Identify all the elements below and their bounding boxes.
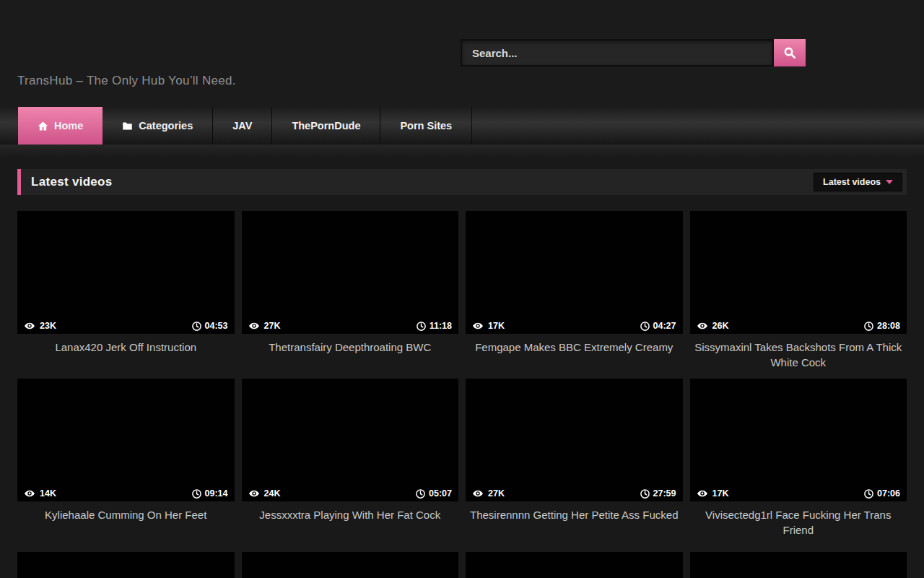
duration-text: 04:27 bbox=[653, 321, 676, 331]
site-tagline: TransHub – The Only Hub You’ll Need. bbox=[17, 74, 236, 88]
views-count: 24K bbox=[264, 488, 281, 499]
clock-icon bbox=[863, 488, 874, 499]
nav-item-porn-sites[interactable]: Porn Sites bbox=[380, 107, 472, 144]
sort-dropdown-label: Latest videos bbox=[823, 177, 881, 187]
search-input[interactable] bbox=[461, 39, 774, 66]
duration-stat: 27:59 bbox=[640, 488, 676, 499]
site-header: TransHub – The Only Hub You’ll Need. bbox=[0, 0, 924, 107]
nav-label: Home bbox=[54, 120, 83, 131]
video-card[interactable]: 14K 09:14 Kyliehaale Cumming On Her Feet bbox=[17, 379, 235, 546]
views-stat: 23K bbox=[24, 320, 56, 332]
clock-icon bbox=[191, 321, 202, 332]
nav-label: ThePornDude bbox=[292, 120, 360, 131]
video-card-partial[interactable] bbox=[466, 546, 683, 578]
section-header: Latest videos Latest videos bbox=[17, 169, 907, 195]
eye-icon bbox=[248, 320, 260, 332]
video-thumbnail[interactable]: 24K 05:07 bbox=[242, 379, 459, 501]
duration-stat: 28:08 bbox=[863, 321, 900, 332]
nav-item-jav[interactable]: JAV bbox=[213, 107, 272, 144]
thumb-stats: 23K 04:53 bbox=[17, 320, 235, 332]
thumb-stats: 17K 04:27 bbox=[466, 320, 683, 332]
thumb-stats: 17K 07:06 bbox=[690, 488, 907, 499]
search-bar bbox=[461, 39, 806, 66]
clock-icon bbox=[415, 488, 426, 499]
main-nav: Home Categories JAV ThePornDude Porn Sit… bbox=[0, 107, 924, 144]
eye-icon bbox=[697, 488, 708, 499]
views-count: 26K bbox=[712, 321, 729, 331]
nav-item-theporndude[interactable]: ThePornDude bbox=[272, 107, 380, 144]
video-card[interactable]: 27K 11:18 Thetransfairy Deepthroating BW… bbox=[242, 211, 459, 379]
video-card-partial[interactable] bbox=[242, 546, 459, 578]
video-thumbnail[interactable] bbox=[466, 552, 683, 578]
views-stat: 14K bbox=[24, 488, 56, 499]
video-title[interactable]: Thetransfairy Deepthroating BWC bbox=[242, 334, 459, 379]
duration-text: 27:59 bbox=[653, 488, 676, 499]
video-card[interactable]: 27K 27:59 Thesirennnn Getting Her Petite… bbox=[466, 379, 683, 546]
clock-icon bbox=[640, 488, 650, 499]
eye-icon bbox=[472, 488, 484, 499]
video-thumbnail[interactable]: 17K 04:27 bbox=[466, 211, 683, 334]
video-card[interactable]: 17K 04:27 Femgape Makes BBC Extremely Cr… bbox=[466, 211, 683, 379]
duration-stat: 11:18 bbox=[416, 321, 452, 332]
video-thumbnail[interactable]: 17K 07:06 bbox=[690, 379, 907, 501]
video-card-partial[interactable] bbox=[17, 546, 235, 578]
duration-text: 05:07 bbox=[429, 488, 452, 499]
video-card[interactable]: 23K 04:53 Lanax420 Jerk Off Instruction bbox=[17, 211, 235, 379]
thumb-stats: 27K 11:18 bbox=[242, 320, 459, 332]
duration-stat: 05:07 bbox=[415, 488, 452, 499]
nav-item-home[interactable]: Home bbox=[18, 107, 103, 144]
video-title[interactable]: Kyliehaale Cumming On Her Feet bbox=[17, 501, 235, 546]
video-thumbnail[interactable] bbox=[17, 552, 235, 578]
nav-label: Porn Sites bbox=[400, 120, 452, 131]
video-title[interactable]: Sissymaxinl Takes Backshots From A Thick… bbox=[690, 334, 907, 379]
section-title: Latest videos bbox=[31, 175, 113, 189]
nav-item-categories[interactable]: Categories bbox=[103, 107, 213, 144]
duration-stat: 09:14 bbox=[191, 488, 228, 499]
thumb-stats: 14K 09:14 bbox=[17, 488, 235, 499]
video-thumbnail[interactable]: 23K 04:53 bbox=[17, 211, 235, 334]
views-stat: 24K bbox=[248, 488, 281, 499]
video-thumbnail[interactable]: 14K 09:14 bbox=[17, 379, 235, 501]
video-thumbnail[interactable]: 26K 28:08 bbox=[690, 211, 907, 334]
duration-text: 04:53 bbox=[205, 321, 228, 331]
eye-icon bbox=[248, 488, 260, 499]
thumb-stats: 26K 28:08 bbox=[690, 320, 907, 332]
views-count: 17K bbox=[712, 488, 729, 499]
video-title[interactable]: Vivisectedg1rl Face Fucking Her Trans Fr… bbox=[690, 501, 907, 546]
chevron-down-icon bbox=[886, 180, 893, 184]
video-title[interactable]: Femgape Makes BBC Extremely Creamy bbox=[466, 334, 683, 379]
views-stat: 26K bbox=[697, 320, 729, 332]
video-title[interactable]: Jessxxxtra Playing With Her Fat Cock bbox=[242, 501, 459, 546]
video-title[interactable]: Thesirennnn Getting Her Petite Ass Fucke… bbox=[466, 501, 683, 546]
nav-label: JAV bbox=[232, 120, 252, 131]
video-title[interactable]: Lanax420 Jerk Off Instruction bbox=[17, 334, 235, 379]
nav-label: Categories bbox=[139, 120, 193, 131]
video-card-partial[interactable] bbox=[690, 546, 907, 578]
views-stat: 27K bbox=[248, 320, 281, 332]
video-card[interactable]: 26K 28:08 Sissymaxinl Takes Backshots Fr… bbox=[690, 211, 907, 379]
video-thumbnail[interactable] bbox=[690, 552, 907, 578]
folder-icon bbox=[122, 121, 133, 131]
views-stat: 17K bbox=[697, 488, 729, 499]
eye-icon bbox=[24, 320, 35, 332]
video-card[interactable]: 24K 05:07 Jessxxxtra Playing With Her Fa… bbox=[242, 379, 459, 546]
home-icon bbox=[38, 121, 48, 131]
duration-text: 11:18 bbox=[430, 321, 452, 331]
video-thumbnail[interactable] bbox=[242, 552, 459, 578]
duration-stat: 04:53 bbox=[191, 321, 228, 332]
views-count: 23K bbox=[40, 321, 56, 331]
views-count: 14K bbox=[40, 488, 56, 499]
eye-icon bbox=[24, 488, 35, 499]
sort-dropdown[interactable]: Latest videos bbox=[814, 173, 902, 191]
video-card[interactable]: 17K 07:06 Vivisectedg1rl Face Fucking He… bbox=[690, 379, 907, 546]
video-thumbnail[interactable]: 27K 27:59 bbox=[466, 379, 683, 501]
clock-icon bbox=[416, 321, 427, 332]
duration-stat: 04:27 bbox=[640, 321, 676, 332]
eye-icon bbox=[697, 320, 708, 332]
duration-stat: 07:06 bbox=[863, 488, 900, 499]
search-button[interactable] bbox=[774, 39, 806, 66]
views-count: 27K bbox=[488, 488, 505, 499]
clock-icon bbox=[640, 321, 650, 332]
video-thumbnail[interactable]: 27K 11:18 bbox=[242, 211, 459, 334]
clock-icon bbox=[863, 321, 874, 332]
